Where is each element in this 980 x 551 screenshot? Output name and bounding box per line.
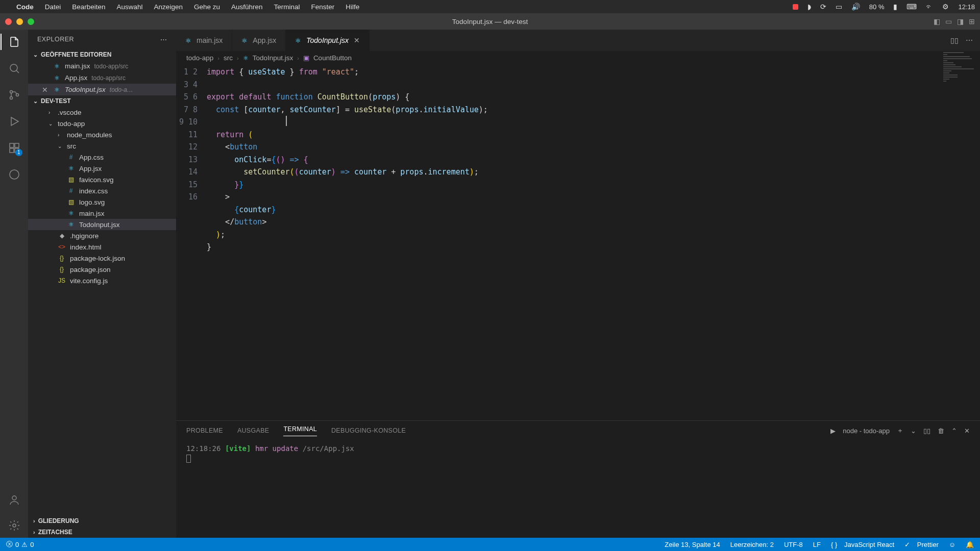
crumb[interactable]: src <box>224 54 233 62</box>
split-terminal-icon[interactable]: ▯▯ <box>923 427 930 435</box>
crumb[interactable]: TodoInput.jsx <box>253 54 293 62</box>
volume-icon[interactable]: 🔊 <box>851 3 860 11</box>
file-viteconfig[interactable]: JSvite.config.js <box>28 275 176 286</box>
status-spaces[interactable]: Leerzeichen: 2 <box>730 541 774 548</box>
terminal-label[interactable]: node - todo-app <box>843 427 890 435</box>
close-panel-icon[interactable]: ✕ <box>964 427 970 435</box>
panel-tab-terminal[interactable]: TERMINAL <box>283 425 317 436</box>
minimap[interactable] <box>939 51 980 255</box>
chevron-right-icon: › <box>33 529 35 535</box>
folder-vscode[interactable]: › .vscode <box>28 107 176 118</box>
display-icon[interactable]: ▭ <box>836 3 842 11</box>
gear-icon[interactable] <box>7 518 21 533</box>
search-icon[interactable] <box>7 61 21 76</box>
recording-icon[interactable] <box>793 4 798 10</box>
file-appjsx[interactable]: ⚛App.jsx <box>28 163 176 174</box>
status-prettier[interactable]: ✓ Prettier <box>904 541 939 548</box>
file-mainjsx[interactable]: ⚛main.jsx <box>28 208 176 219</box>
extensions-icon[interactable]: 1 <box>7 141 21 155</box>
account-icon[interactable] <box>7 493 21 507</box>
tab-app[interactable]: ⚛ App.jsx <box>232 30 286 51</box>
mac-menu-bearbeiten[interactable]: Bearbeiten <box>72 3 105 11</box>
tab-todoinput[interactable]: ⚛ TodoInput.jsx ✕ <box>286 30 370 51</box>
status-errors[interactable]: ⓧ 0 ⚠ 0 <box>6 540 34 549</box>
open-editors-header[interactable]: ⌄ GEÖFFNETE EDITOREN <box>28 49 176 60</box>
dnd-icon[interactable]: ◗ <box>807 3 811 11</box>
layout-panel-icon[interactable]: ▭ <box>945 17 952 26</box>
open-editor-main[interactable]: ✕ ⚛ main.jsx todo-app/src <box>28 60 176 72</box>
mac-menu-gehezu[interactable]: Gehe zu <box>194 3 220 11</box>
tab-main[interactable]: ⚛ main.jsx <box>176 30 232 51</box>
terminal-dropdown-icon[interactable]: ⌄ <box>911 427 916 435</box>
status-lang[interactable]: { } JavaScript React <box>831 541 894 548</box>
layout-customize-icon[interactable]: ⊞ <box>969 17 975 26</box>
new-terminal-icon[interactable]: ＋ <box>897 426 903 435</box>
minimize-window-button[interactable] <box>16 18 23 25</box>
file-indexcss[interactable]: #index.css <box>28 185 176 196</box>
remote-icon[interactable] <box>7 167 21 182</box>
wifi-icon[interactable]: ᯤ <box>926 3 933 11</box>
kill-terminal-icon[interactable]: 🗑 <box>938 427 944 435</box>
code-content[interactable]: import { useState } from "react"; export… <box>207 65 980 420</box>
mac-menu-auswahl[interactable]: Auswahl <box>117 3 143 11</box>
explorer-icon[interactable] <box>7 35 21 49</box>
sync-icon[interactable]: ⟳ <box>820 3 826 11</box>
terminal-process-icon[interactable]: ▶ <box>830 427 836 435</box>
file-indexhtml[interactable]: <>index.html <box>28 241 176 253</box>
mac-menu-terminal[interactable]: Terminal <box>274 3 300 11</box>
file-pkg[interactable]: {}package.json <box>28 264 176 275</box>
file-todoinput[interactable]: ⚛TodoInput.jsx <box>28 219 176 230</box>
maximize-window-button[interactable] <box>28 18 34 25</box>
status-encoding[interactable]: UTF-8 <box>784 541 803 548</box>
chevron-down-icon: ⌄ <box>33 98 38 105</box>
layout-sidebar-icon[interactable]: ◧ <box>934 17 940 26</box>
battery-text[interactable]: 80 % <box>869 3 885 11</box>
mac-menu-anzeigen[interactable]: Anzeigen <box>154 3 183 11</box>
close-icon[interactable]: ✕ <box>41 86 48 94</box>
timeline-header[interactable]: › ZEITACHSE <box>28 527 176 538</box>
status-feedback-icon[interactable]: ☺ <box>949 541 955 548</box>
status-eol[interactable]: LF <box>813 541 821 548</box>
more-icon[interactable]: ⋯ <box>160 36 167 43</box>
crumb[interactable]: CountButton <box>313 54 352 62</box>
mac-menu-hilfe[interactable]: Hilfe <box>346 3 359 11</box>
breadcrumb[interactable]: todo-app› src› ⚛ TodoInput.jsx› ▣ CountB… <box>176 51 980 65</box>
folder-src[interactable]: ⌄ src <box>28 140 176 152</box>
status-cursor[interactable]: Zeile 13, Spalte 14 <box>665 541 720 548</box>
panel-tab-probleme[interactable]: PROBLEME <box>186 427 223 434</box>
outline-header[interactable]: › GLIEDERUNG <box>28 515 176 527</box>
mac-menu-datei[interactable]: Datei <box>45 3 61 11</box>
run-debug-icon[interactable] <box>7 114 21 129</box>
folder-todoapp[interactable]: ⌄ todo-app <box>28 118 176 129</box>
code-editor[interactable]: 1 2 3 4 5 6 7 8 9 10 11 12 13 14 15 16 i… <box>176 65 980 420</box>
maximize-panel-icon[interactable]: ⌃ <box>951 427 957 435</box>
keyboard-icon[interactable]: ⌨ <box>906 3 917 11</box>
open-editor-app[interactable]: ✕ ⚛ App.jsx todo-app/src <box>28 72 176 84</box>
mac-menu-ausfuehren[interactable]: Ausführen <box>231 3 263 11</box>
project-header[interactable]: ⌄ DEV-TEST <box>28 95 176 107</box>
source-control-icon[interactable] <box>7 88 21 102</box>
clock[interactable]: 12:18 <box>958 3 975 11</box>
close-window-button[interactable] <box>5 18 12 25</box>
file-pkglock[interactable]: {}package-lock.json <box>28 253 176 264</box>
mac-menu-fenster[interactable]: Fenster <box>311 3 335 11</box>
file-logo[interactable]: ▧logo.svg <box>28 196 176 208</box>
file-favicon[interactable]: ▧favicon.svg <box>28 174 176 185</box>
mac-app-name[interactable]: Code <box>16 3 34 11</box>
more-icon[interactable]: ⋯ <box>966 36 973 44</box>
crumb[interactable]: todo-app <box>186 54 213 62</box>
battery-icon[interactable]: ▮ <box>893 3 897 11</box>
folder-nodemodules[interactable]: › node_modules <box>28 129 176 140</box>
file-hgignore[interactable]: ◆.hgignore <box>28 230 176 241</box>
control-center-icon[interactable]: ⚙ <box>942 3 949 11</box>
split-editor-icon[interactable]: ▯▯ <box>950 36 959 44</box>
open-editor-todoinput[interactable]: ✕ ⚛ TodoInput.jsx todo-a… <box>28 84 176 95</box>
terminal-content[interactable]: 12:18:26 [vite] hmr update /src/App.jsx <box>176 440 980 538</box>
terminal-time: 12:18:26 <box>186 444 220 453</box>
layout-secondary-sidebar-icon[interactable]: ◨ <box>957 17 964 26</box>
file-appcss[interactable]: #App.css <box>28 152 176 163</box>
panel-tab-ausgabe[interactable]: AUSGABE <box>237 427 270 434</box>
close-icon[interactable]: ✕ <box>354 36 360 44</box>
panel-tab-debug[interactable]: DEBUGGING-KONSOLE <box>331 427 406 434</box>
status-bell-icon[interactable]: 🔔 <box>966 541 974 548</box>
